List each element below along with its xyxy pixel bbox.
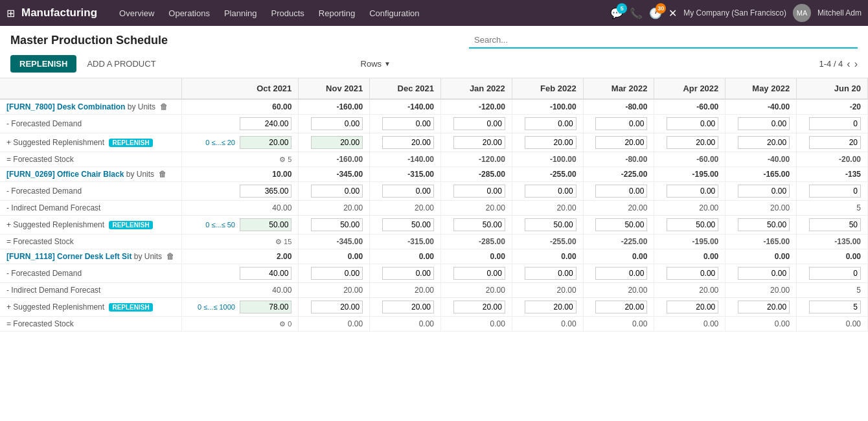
chat-icon[interactable]: 💬 5	[610, 7, 623, 19]
close-icon[interactable]: ✕	[668, 7, 677, 19]
forecast-demand-input[interactable]	[738, 185, 790, 198]
replenish-badge[interactable]: REPLENISH	[109, 303, 152, 312]
forecast-demand-input[interactable]	[738, 117, 790, 130]
forecast-demand-input[interactable]	[311, 267, 363, 280]
replenish-badge[interactable]: REPLENISH	[109, 139, 152, 147]
product-3-name: [FURN_1118] Corner Desk Left Sit by Unit…	[0, 249, 181, 264]
rows-dropdown[interactable]: Rows ▼	[361, 59, 391, 69]
nav-operations[interactable]: Operations	[162, 6, 216, 21]
forecast-demand-input[interactable]	[667, 117, 718, 130]
brand-name: Manufacturing	[21, 6, 97, 19]
replenishment-input[interactable]	[667, 301, 718, 313]
nav-planning[interactable]: Planning	[218, 6, 264, 21]
replenishment-input[interactable]	[738, 301, 790, 313]
forecast-demand-input[interactable]	[382, 117, 434, 130]
nav-configuration[interactable]: Configuration	[363, 6, 426, 21]
col-may2022: May 2022	[725, 78, 797, 99]
activity-icon[interactable]: 🕐 30	[649, 7, 662, 19]
user-name: Mitchell Adm	[817, 8, 862, 17]
nav-right: 💬 5 📞 🕐 30 ✕ My Company (San Francisco) …	[610, 4, 862, 22]
replenishment-input[interactable]	[453, 301, 505, 313]
replenishment-input[interactable]	[738, 218, 790, 231]
forecast-demand-input[interactable]	[453, 185, 505, 198]
pagination: 1-4 / 4 ‹ ›	[819, 58, 858, 70]
replenishment-input[interactable]	[240, 218, 291, 231]
replenishment-input[interactable]	[595, 301, 647, 313]
table-row: - Forecasted Demand	[0, 115, 868, 133]
replenishment-input[interactable]	[453, 136, 505, 149]
forecast-demand-input[interactable]	[382, 185, 434, 198]
replenishment-input[interactable]	[240, 301, 291, 313]
product-1-name: [FURN_7800] Desk Combination by Units 🗑	[0, 99, 181, 115]
replenishment-input[interactable]	[525, 136, 577, 149]
next-page-button[interactable]: ›	[854, 58, 858, 70]
replenishment-input[interactable]	[809, 136, 861, 149]
forecast-demand-input[interactable]	[311, 117, 363, 130]
company-name[interactable]: My Company (San Francisco)	[683, 8, 786, 17]
replenishment-input[interactable]	[382, 136, 434, 149]
nav-products[interactable]: Products	[265, 6, 311, 21]
forecast-demand-input[interactable]	[525, 117, 577, 130]
grid-icon[interactable]: ⊞	[6, 7, 15, 19]
replenishment-input[interactable]	[809, 301, 861, 313]
table-header-row: Oct 2021 Nov 2021 Dec 2021 Jan 2022 Feb …	[0, 78, 868, 99]
phone-icon[interactable]: 📞	[630, 7, 643, 19]
forecast-demand-input[interactable]	[382, 267, 434, 280]
prev-page-button[interactable]: ‹	[847, 58, 850, 70]
replenishment-input[interactable]	[311, 301, 363, 313]
chat-badge: 5	[617, 3, 627, 14]
replenishment-input[interactable]	[667, 136, 718, 149]
replenishment-input[interactable]	[738, 136, 790, 149]
forecast-demand-input[interactable]	[240, 117, 291, 130]
avatar[interactable]: MA	[793, 4, 811, 22]
col-jun2022: Jun 20	[797, 78, 868, 99]
replenishment-input[interactable]	[595, 218, 647, 231]
replenishment-input[interactable]	[382, 301, 434, 313]
replenish-button[interactable]: REPLENISH	[10, 55, 76, 73]
nav-reporting[interactable]: Reporting	[312, 6, 361, 21]
forecast-demand-input[interactable]	[809, 117, 861, 130]
trash-icon[interactable]: 🗑	[166, 252, 174, 261]
trash-icon[interactable]: 🗑	[159, 170, 166, 179]
table-row: + Suggested Replenishment REPLENISH 0 ≤.…	[0, 133, 868, 152]
replenishment-input[interactable]	[525, 218, 577, 231]
nav-overview[interactable]: Overview	[113, 6, 161, 21]
forecast-demand-input[interactable]	[311, 185, 363, 198]
toolbar: REPLENISH ADD A PRODUCT Rows ▼ 1-4 / 4 ‹…	[0, 52, 868, 78]
replenish-badge[interactable]: REPLENISH	[109, 221, 152, 229]
forecast-demand-input[interactable]	[240, 185, 291, 198]
replenishment-input[interactable]	[311, 136, 363, 149]
forecast-demand-input[interactable]	[453, 267, 505, 280]
forecast-demand-input[interactable]	[809, 267, 861, 280]
forecast-demand-input[interactable]	[525, 267, 577, 280]
col-mar2022: Mar 2022	[583, 78, 654, 99]
forecast-demand-input[interactable]	[453, 117, 505, 130]
replenishment-input[interactable]	[382, 218, 434, 231]
replenishment-input[interactable]	[595, 136, 647, 149]
forecast-demand-input[interactable]	[525, 185, 577, 198]
replenishment-input[interactable]	[525, 301, 577, 313]
add-product-button[interactable]: ADD A PRODUCT	[84, 55, 158, 73]
table-row: = Forecasted Stock ⚙ 0 0.00 0.00 0.00 0.…	[0, 317, 868, 332]
forecast-demand-input[interactable]	[738, 267, 790, 280]
replenishment-input[interactable]	[667, 218, 718, 231]
top-navigation: ⊞ Manufacturing Overview Operations Plan…	[0, 0, 868, 26]
search-input[interactable]	[469, 32, 858, 49]
forecast-demand-input[interactable]	[667, 185, 718, 198]
replenishment-input[interactable]	[453, 218, 505, 231]
forecast-demand-input[interactable]	[595, 267, 647, 280]
forecast-demand-input[interactable]	[595, 117, 647, 130]
table-row: - Indirect Demand Forecast 40.00 20.00 2…	[0, 201, 868, 216]
forecast-demand-input[interactable]	[595, 185, 647, 198]
forecast-demand-input[interactable]	[667, 267, 718, 280]
replenishment-input[interactable]	[240, 136, 291, 149]
replenishment-input[interactable]	[311, 218, 363, 231]
nav-menu: Overview Operations Planning Products Re…	[113, 6, 426, 21]
table-row: + Suggested Replenishment REPLENISH 0 ≤.…	[0, 216, 868, 234]
forecast-demand-input[interactable]	[809, 185, 861, 198]
table-row: [FURN_1118] Corner Desk Left Sit by Unit…	[0, 249, 868, 264]
replenishment-input[interactable]	[809, 218, 861, 231]
forecast-demand-input[interactable]	[240, 267, 291, 280]
page-title: Master Production Schedule	[10, 34, 168, 47]
trash-icon[interactable]: 🗑	[160, 102, 168, 111]
